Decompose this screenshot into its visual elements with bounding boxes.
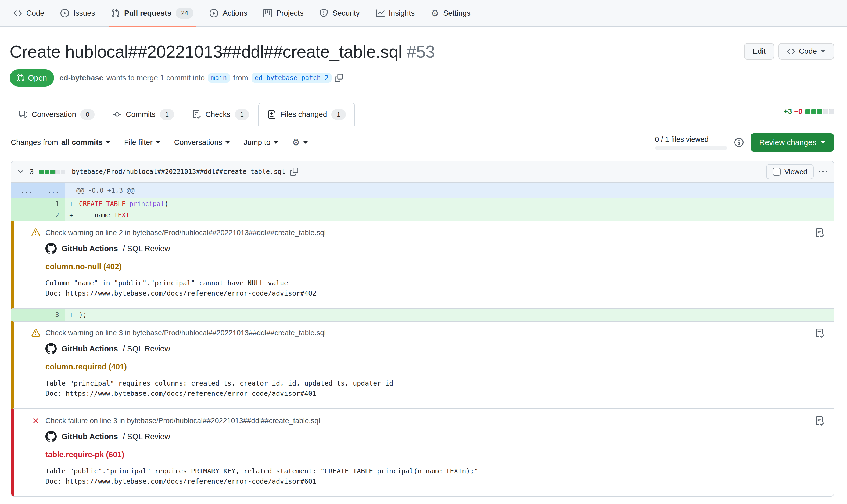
check-context: / SQL Review (123, 432, 170, 441)
nav-item-code[interactable]: Code (5, 0, 52, 26)
diffstat: +3 −0 (783, 107, 834, 116)
jump-to-dropdown[interactable]: Jump to (244, 138, 278, 147)
x-failure-icon (32, 416, 40, 425)
nav-item-actions[interactable]: Actions (201, 0, 255, 26)
chevron-down-icon (821, 141, 826, 144)
diffstat-additions: +3 (783, 107, 792, 116)
chevron-down-icon (106, 141, 110, 144)
diff-line-2[interactable]: 2 + name TEXT (11, 210, 833, 221)
nav-item-issues[interactable]: Issues (52, 0, 103, 26)
check-app-name[interactable]: GitHub Actions (61, 244, 118, 253)
tab-conversation[interactable]: Conversation 0 (10, 103, 104, 126)
check-message-text: Table "principal" requires columns: crea… (46, 379, 393, 387)
nav-item-settings[interactable]: ⚙ Settings (423, 0, 479, 26)
copy-icon[interactable] (335, 74, 343, 82)
nav-item-pull-requests[interactable]: Pull requests 24 (103, 0, 202, 26)
code-token: CREATE TABLE (79, 200, 129, 208)
conversations-label: Conversations (174, 138, 222, 147)
nav-label: Insights (389, 9, 415, 17)
code-token: ); (79, 311, 87, 319)
changes-from-value: all commits (61, 138, 103, 147)
tab-count: 1 (235, 109, 249, 120)
expand-dots: ... (38, 183, 65, 198)
check-doc-link: Doc: https://www.bytebase.com/docs/refer… (46, 478, 316, 485)
edit-button-label: Edit (753, 47, 765, 56)
pull-request-icon (111, 9, 120, 17)
kebab-menu-icon[interactable] (818, 167, 827, 176)
hunk-header-row: ... ... @@ -0,0 +1,3 @@ (11, 183, 833, 198)
code-icon (14, 9, 22, 17)
checklist-icon[interactable] (815, 228, 825, 237)
chevron-down-icon (821, 50, 826, 53)
viewed-label: Viewed (785, 168, 807, 176)
edit-button[interactable]: Edit (744, 43, 774, 60)
conversations-dropdown[interactable]: Conversations (174, 138, 230, 147)
file-filter-dropdown[interactable]: File filter (124, 138, 160, 147)
diff-settings-dropdown[interactable]: ⚙ (292, 137, 307, 148)
check-message-text: Table "public"."principal" requires PRIM… (46, 467, 478, 475)
copy-icon[interactable] (290, 168, 298, 176)
tab-count: 0 (80, 109, 95, 120)
jump-to-label: Jump to (244, 138, 271, 147)
viewed-checkbox[interactable] (773, 168, 781, 176)
chevron-down-icon (303, 141, 308, 144)
file-diff-icon (267, 110, 276, 119)
head-branch-label[interactable]: ed-bytebase-patch-2 (252, 73, 332, 83)
changes-from-dropdown[interactable]: Changes from all commits (11, 138, 110, 147)
issue-icon (60, 9, 69, 17)
tab-commits[interactable]: Commits 1 (104, 103, 183, 126)
nav-label: Security (332, 9, 360, 17)
code-icon (787, 47, 795, 55)
check-annotation-warning-line2: Check warning on line 2 in bytebase/Prod… (11, 221, 833, 309)
git-commit-icon (113, 110, 122, 119)
nav-item-security[interactable]: Security (311, 0, 367, 26)
nav-label: Projects (276, 9, 303, 17)
check-message: Table "principal" requires columns: crea… (46, 378, 801, 399)
info-icon[interactable] (734, 138, 743, 147)
expand-dots: ... (11, 183, 38, 198)
nav-label: Pull requests (124, 9, 172, 17)
github-actions-avatar[interactable] (46, 243, 57, 254)
tab-files-changed[interactable]: Files changed 1 (258, 103, 355, 126)
base-branch-label[interactable]: main (208, 73, 230, 83)
review-changes-button[interactable]: Review changes (751, 133, 834, 151)
files-viewed-progress: 0 / 1 files viewed (655, 136, 727, 150)
nav-item-projects[interactable]: Projects (255, 0, 311, 26)
graph-icon (376, 9, 384, 17)
check-message: Table "public"."principal" requires PRIM… (46, 466, 801, 487)
check-message: Column "name" in "public"."principal" ca… (46, 278, 801, 299)
pull-requests-count: 24 (176, 8, 194, 19)
github-actions-avatar[interactable] (46, 431, 57, 442)
code-token: name (79, 212, 114, 219)
play-icon (210, 9, 218, 17)
merge-summary: ed-bytebase wants to merge 1 commit into… (59, 73, 343, 83)
diff-line-3[interactable]: 3 +); (11, 309, 833, 321)
file-path[interactable]: bytebase/Prod/hublocal##20221013##ddl##c… (72, 168, 285, 176)
file-header: 3 bytebase/Prod/hublocal##20221013##ddl#… (11, 161, 833, 183)
diff-line-1[interactable]: 1 +CREATE TABLE principal( (11, 198, 833, 210)
author-link[interactable]: ed-bytebase (59, 74, 103, 82)
nav-item-insights[interactable]: Insights (368, 0, 423, 26)
diff-sign: + (69, 198, 79, 210)
check-app-name[interactable]: GitHub Actions (61, 432, 118, 441)
checklist-icon (193, 110, 201, 119)
code-token: TEXT (114, 212, 129, 219)
collapse-file-chevron-icon[interactable] (17, 168, 25, 176)
tab-label: Files changed (280, 110, 327, 119)
viewed-toggle[interactable]: Viewed (766, 164, 814, 179)
code-button[interactable]: Code (778, 43, 834, 60)
tab-checks[interactable]: Checks 1 (183, 103, 258, 126)
check-rule-title: column.no-null (402) (46, 262, 801, 271)
pr-title-text: Create hublocal##20221013##ddl##create_t… (10, 42, 402, 61)
tab-label: Checks (205, 110, 230, 119)
check-message-text: Column "name" in "public"."principal" ca… (46, 279, 288, 287)
files-viewed-bar (655, 146, 727, 150)
check-doc-link: Doc: https://www.bytebase.com/docs/refer… (46, 289, 316, 297)
checklist-icon[interactable] (815, 328, 825, 338)
warning-triangle-icon (32, 228, 40, 237)
check-rule-title: table.require-pk (601) (46, 450, 801, 459)
github-actions-avatar[interactable] (46, 343, 57, 354)
check-app-name[interactable]: GitHub Actions (61, 344, 118, 353)
hunk-gutter[interactable]: ... ... (11, 183, 65, 198)
checklist-icon[interactable] (815, 416, 825, 426)
